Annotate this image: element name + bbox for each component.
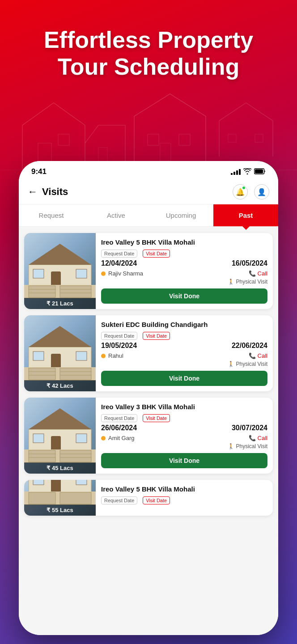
svg-rect-41 — [29, 450, 55, 462]
property-card: ₹ 21 Lacs Ireo Valley 5 BHK Villa Mohali… — [24, 233, 273, 309]
svg-marker-12 — [29, 244, 91, 265]
svg-rect-26 — [33, 352, 44, 360]
svg-rect-50 — [33, 480, 44, 485]
svg-rect-10 — [255, 169, 263, 173]
nav-icons: 🔔 👤 — [233, 184, 269, 199]
property-title: Ireo Valley 5 BHK Villa Mohali — [101, 485, 267, 493]
request-date-value: 26/06/2024 — [101, 424, 137, 432]
property-image: ₹ 42 Lacs — [24, 315, 96, 391]
physical-row: 🚶 Physical Visit — [101, 443, 267, 449]
property-card: ₹ 42 Lacs Sukteri EDC Building Chandigar… — [24, 315, 273, 391]
page-title: Visits — [42, 186, 233, 198]
dates-row: Request Date Visit Date — [101, 496, 267, 504]
card-info: Ireo Valley 5 BHK Villa Mohali Request D… — [96, 233, 273, 309]
btn-row: Visit Done — [101, 453, 267, 468]
tab-past[interactable]: Past — [213, 204, 278, 226]
wifi-icon — [243, 168, 251, 176]
property-title: Ireo Valley 5 BHK Villa Mohali — [101, 238, 267, 246]
call-button[interactable]: 📞 Call — [249, 270, 267, 277]
back-button[interactable]: ← — [28, 186, 38, 198]
request-date-label: Request Date — [101, 496, 137, 504]
btn-row: Visit Done — [101, 371, 267, 386]
price-badge: ₹ 21 Lacs — [24, 298, 96, 309]
date-value-row: 26/06/2024 30/07/2024 — [101, 424, 267, 432]
svg-rect-42 — [60, 450, 91, 462]
tab-upcoming[interactable]: Upcoming — [148, 204, 213, 226]
signal-icon — [231, 169, 241, 175]
card-info: Ireo Valley 3 BHK Villa Mohali Request D… — [96, 398, 273, 474]
date-value-row: 12/04/2024 16/05/2024 — [101, 259, 267, 267]
svg-rect-15 — [76, 269, 87, 278]
svg-rect-17 — [29, 286, 55, 297]
svg-rect-3 — [148, 134, 159, 145]
dates-row: Request Date Visit Date — [101, 332, 267, 340]
svg-rect-54 — [60, 492, 91, 504]
phone-screen: 9:41 — [19, 161, 278, 635]
svg-rect-51 — [76, 480, 87, 485]
property-card: ₹ 45 Lacs Ireo Valley 3 BHK Villa Mohali… — [24, 398, 273, 474]
svg-rect-7 — [228, 134, 236, 142]
request-date-label: Request Date — [101, 414, 137, 422]
price-badge: ₹ 55 Lacs — [24, 504, 96, 516]
status-bar: 9:41 — [19, 161, 278, 180]
svg-rect-1 — [58, 134, 69, 145]
price-badge: ₹ 45 Lacs — [24, 462, 96, 474]
visit-date-label: Visit Date — [143, 250, 170, 258]
property-image: ₹ 45 Lacs — [24, 398, 96, 474]
property-title: Sukteri EDC Building Chandigarh — [101, 321, 267, 328]
property-image: ₹ 55 Lacs — [24, 480, 96, 516]
request-date-label: Request Date — [101, 332, 137, 340]
physical-row: 🚶 Physical Visit — [101, 361, 267, 367]
agent-row: Rahul 📞 Call — [101, 352, 267, 359]
visit-date-value: 22/06/2024 — [232, 342, 267, 350]
physical-visit-label: 🚶 Physical Visit — [228, 443, 267, 449]
physical-row: 🚶 Physical Visit — [101, 279, 267, 285]
price-badge: ₹ 42 Lacs — [24, 380, 96, 391]
visit-done-button[interactable]: Visit Done — [101, 288, 267, 304]
notification-dot — [242, 186, 246, 190]
agent-dot — [101, 354, 106, 358]
dates-row: Request Date Visit Date — [101, 250, 267, 258]
physical-visit-label: 🚶 Physical Visit — [228, 279, 267, 285]
card-info: Ireo Valley 5 BHK Villa Mohali Request D… — [96, 480, 273, 516]
agent-name: Rahul — [101, 352, 123, 359]
svg-rect-30 — [60, 368, 91, 380]
visit-date-label: Visit Date — [143, 496, 170, 504]
visit-date-value: 30/07/2024 — [232, 424, 267, 432]
svg-rect-8 — [255, 134, 263, 142]
agent-row: Amit Garg 📞 Call — [101, 435, 267, 441]
request-date-value: 19/05/2024 — [101, 342, 137, 350]
svg-rect-38 — [33, 434, 44, 443]
phone-frame: 9:41 — [19, 161, 278, 635]
svg-rect-18 — [60, 286, 91, 297]
status-time: 9:41 — [31, 167, 47, 176]
tab-active[interactable]: Active — [84, 204, 148, 226]
svg-rect-5 — [160, 143, 171, 161]
svg-rect-27 — [76, 352, 87, 360]
svg-marker-36 — [29, 408, 91, 429]
visit-date-label: Visit Date — [143, 332, 170, 340]
battery-icon — [254, 168, 266, 176]
date-value-row: 19/05/2024 22/06/2024 — [101, 342, 267, 350]
tabs: Request Active Upcoming Past — [19, 204, 278, 227]
svg-rect-39 — [76, 434, 87, 443]
visit-done-button[interactable]: Visit Done — [101, 453, 267, 468]
tab-request[interactable]: Request — [19, 204, 84, 226]
visit-done-button[interactable]: Visit Done — [101, 371, 267, 386]
svg-rect-29 — [29, 368, 55, 380]
physical-visit-label: 🚶 Physical Visit — [228, 361, 267, 367]
request-date-value: 12/04/2024 — [101, 259, 137, 267]
profile-button[interactable]: 👤 — [254, 184, 269, 199]
call-button[interactable]: 📞 Call — [249, 352, 267, 359]
property-card: ₹ 55 Lacs Ireo Valley 5 BHK Villa Mohali… — [24, 480, 273, 516]
notification-button[interactable]: 🔔 — [233, 184, 248, 199]
property-title: Ireo Valley 3 BHK Villa Mohali — [101, 403, 267, 411]
property-image: ₹ 21 Lacs — [24, 233, 96, 309]
svg-rect-4 — [179, 134, 190, 145]
call-button[interactable]: 📞 Call — [249, 435, 267, 441]
agent-dot — [101, 271, 106, 276]
agent-dot — [101, 436, 106, 441]
agent-name: Amit Garg — [101, 435, 135, 441]
svg-marker-24 — [29, 326, 91, 347]
card-info: Sukteri EDC Building Chandigarh Request … — [96, 315, 273, 391]
